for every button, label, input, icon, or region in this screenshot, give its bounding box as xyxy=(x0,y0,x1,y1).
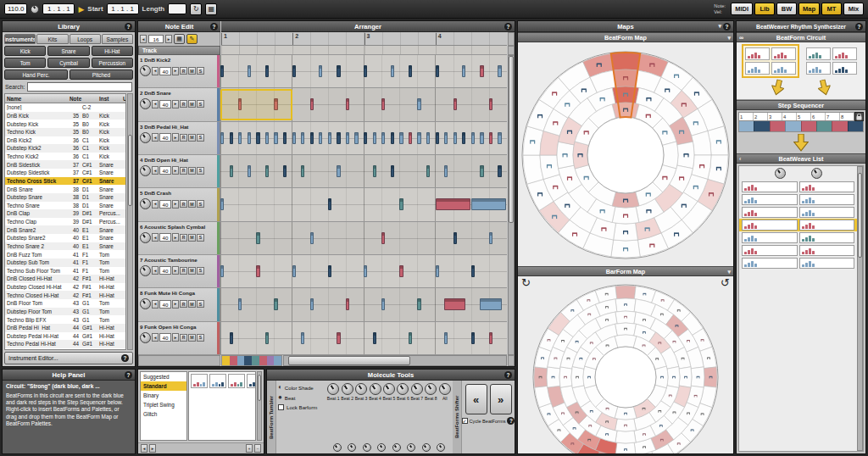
track-pattern[interactable] xyxy=(220,188,507,220)
length-field[interactable]: 1 . 1 . 1 xyxy=(107,3,139,14)
instrument-editor-button[interactable]: Instrument Editor... ? xyxy=(4,352,133,364)
circuit-cell[interactable] xyxy=(832,47,857,60)
track-pattern[interactable] xyxy=(220,122,507,154)
circuit-cell[interactable] xyxy=(745,47,770,60)
library-row[interactable]: DnB Closed Hi-Hat42F#1Hi-Hat xyxy=(5,275,125,283)
note-hit[interactable] xyxy=(265,165,269,177)
palette-thumbnail[interactable] xyxy=(247,374,256,388)
value-decrement-button[interactable]: ◄ xyxy=(152,333,159,342)
fine-knob[interactable] xyxy=(422,443,431,452)
step-segment[interactable] xyxy=(785,121,800,131)
library-row[interactable]: Techno Closed Hi-Hat42F#1Hi-Hat xyxy=(5,291,125,299)
library-row[interactable]: DnB Fuzz Tom41F1Tom xyxy=(5,250,125,259)
note-hit[interactable] xyxy=(480,132,483,144)
note-hit[interactable] xyxy=(444,132,448,144)
brush-tool-button[interactable]: ▦ xyxy=(174,34,185,44)
palette-thumbnail[interactable] xyxy=(228,374,245,388)
note-hit[interactable] xyxy=(283,165,287,177)
scrollbar-thumb[interactable] xyxy=(509,56,514,223)
value-decrement-button[interactable]: ◄ xyxy=(152,133,159,142)
value-decrement-button[interactable]: ◄ xyxy=(152,300,159,309)
track-value[interactable]: 40 xyxy=(159,333,171,342)
beat-knob[interactable] xyxy=(327,383,339,395)
note-hit[interactable] xyxy=(399,265,403,277)
note-hit[interactable] xyxy=(230,332,233,344)
library-row[interactable]: Techno Clap39D#1Percus... xyxy=(5,218,125,226)
note-hit[interactable] xyxy=(220,132,224,144)
beatweave-row[interactable] xyxy=(739,193,857,206)
library-row[interactable]: Dubstep Pedal Hi-Hat44G#1Hi-Hat xyxy=(5,332,125,341)
note-hit[interactable] xyxy=(265,132,269,144)
view-button-lib[interactable]: Lib xyxy=(754,3,775,15)
library-row[interactable]: Techno Kick35B0Kick xyxy=(5,128,125,136)
view-button-map[interactable]: Map xyxy=(798,3,820,15)
note-hit[interactable] xyxy=(337,65,340,77)
track-pattern[interactable] xyxy=(220,322,507,354)
value-decrement-button[interactable]: ◄ xyxy=(152,67,159,75)
note-hit[interactable] xyxy=(471,132,475,144)
track-header[interactable]: 2 DnB Snare◄40►RMS xyxy=(138,88,220,120)
note-hit[interactable] xyxy=(328,265,331,277)
beatweave-cell[interactable] xyxy=(799,245,855,256)
note-hit[interactable] xyxy=(364,265,367,277)
value-increment-button[interactable]: ► xyxy=(172,67,179,75)
track-s-button[interactable]: S xyxy=(197,134,204,142)
track-r-button[interactable]: R xyxy=(180,134,187,142)
note-hit[interactable] xyxy=(248,165,251,177)
note-hit[interactable] xyxy=(248,65,251,77)
track-header[interactable]: 6 Acoustic Splash Cymbal◄40►RMS xyxy=(138,222,220,254)
note-hit[interactable] xyxy=(381,132,385,144)
step-segment[interactable] xyxy=(816,121,832,131)
circuit-group[interactable] xyxy=(804,46,859,76)
track-value[interactable]: 40 xyxy=(159,133,171,142)
library-row[interactable]: DnB Low Tom45A1Tom xyxy=(5,348,125,349)
grid-icon[interactable]: ▦ xyxy=(205,3,217,15)
help-icon[interactable]: ? xyxy=(855,23,863,31)
track-value[interactable]: 40 xyxy=(159,200,171,209)
track-header[interactable]: 7 Acoustic Tambourine◄40►RMS xyxy=(138,255,220,287)
note-hit[interactable] xyxy=(399,198,403,210)
track-knob[interactable] xyxy=(140,65,151,76)
beatweave-cell[interactable] xyxy=(742,181,798,192)
beatweave-row[interactable] xyxy=(739,257,857,270)
library-row[interactable]: DnB Pedal Hi_Hat44G#1Hi-Hat xyxy=(5,324,125,332)
note-hit[interactable] xyxy=(409,65,412,77)
beat-knob[interactable] xyxy=(411,383,423,395)
note-hit[interactable] xyxy=(417,98,420,110)
category-button[interactable]: Hi-Hat xyxy=(92,46,133,56)
track-header[interactable]: 8 Funk Mute Hi Conga◄40►RMS xyxy=(138,288,220,320)
step-segment[interactable] xyxy=(801,121,816,131)
note-hit[interactable] xyxy=(436,65,439,77)
track-m-button[interactable]: M xyxy=(188,100,196,108)
rotate-cw-icon[interactable]: ↻ xyxy=(521,277,531,288)
beatweave-cell[interactable] xyxy=(742,207,798,218)
value-increment-button[interactable]: ► xyxy=(172,200,179,209)
library-row[interactable]: Dubstep Kick236C1Kick xyxy=(5,144,125,153)
beatweave-cell[interactable] xyxy=(799,181,855,192)
fine-knob[interactable] xyxy=(437,443,445,452)
library-row[interactable]: Dubstep Kick35B0Kick xyxy=(5,120,125,128)
note-hit[interactable] xyxy=(453,132,457,144)
track-r-button[interactable]: R xyxy=(180,167,187,175)
tempo-display[interactable]: 110.0 xyxy=(4,3,27,14)
fine-knob[interactable] xyxy=(377,443,386,452)
scrollbar-thumb[interactable] xyxy=(128,135,132,206)
beatweave-cell[interactable] xyxy=(799,220,855,231)
column-name[interactable]: Name xyxy=(5,96,68,102)
note-hit[interactable] xyxy=(248,132,251,144)
value-decrement-button[interactable]: ◄ xyxy=(152,200,159,209)
note-hit[interactable] xyxy=(230,165,233,177)
column-u[interactable]: U xyxy=(121,96,125,102)
beat-knob[interactable] xyxy=(383,383,395,395)
circuit-cell[interactable] xyxy=(771,62,796,75)
tab-kits[interactable]: Kits xyxy=(36,34,68,44)
note-hit[interactable] xyxy=(471,198,506,210)
zoom-in-button[interactable]: + xyxy=(246,444,253,453)
track-knob[interactable] xyxy=(140,332,151,343)
note-hit[interactable] xyxy=(354,132,358,144)
library-row[interactable]: Techno Pedal Hi-Hat44G#1Hi-Hat xyxy=(5,340,125,348)
note-hit[interactable] xyxy=(337,132,340,144)
start-position-field[interactable]: 1 . 1 . 1 xyxy=(42,3,75,14)
note-hit[interactable] xyxy=(238,132,242,144)
note-hit[interactable] xyxy=(274,298,277,310)
